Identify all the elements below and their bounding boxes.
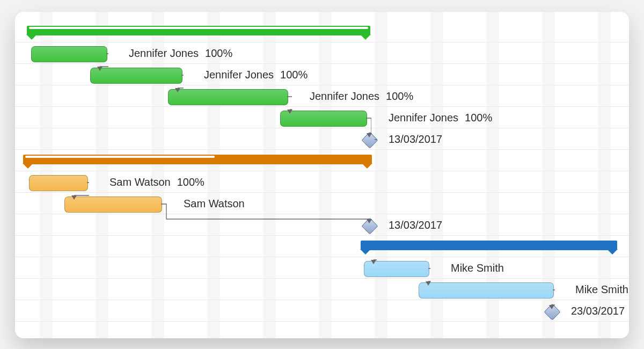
task-label: Jennifer Jones100% — [204, 69, 308, 81]
grid-row-line — [15, 149, 629, 150]
dependency-arrow-icon — [549, 305, 554, 309]
dependency-arrow-icon — [175, 88, 180, 92]
task-bar[interactable] — [64, 197, 162, 213]
dependency-arrow-icon — [97, 67, 103, 71]
task-bar[interactable] — [280, 111, 367, 127]
grid-row-line — [15, 278, 629, 279]
summary-bar[interactable] — [361, 241, 617, 250]
dependency-arrow-icon — [287, 110, 292, 114]
dependency-line — [550, 288, 555, 307]
grid-row-line — [15, 192, 629, 193]
task-label: Mike Smith — [575, 283, 628, 296]
weekend-band — [319, 12, 332, 338]
task-label: Mike Smith — [451, 262, 504, 274]
grid-row-line — [15, 42, 629, 42]
grid-row-line — [15, 106, 629, 107]
task-label: Jennifer Jones100% — [310, 90, 413, 103]
dependency-line — [371, 137, 377, 262]
grid-row-line — [15, 300, 629, 300]
grid-row-line — [15, 235, 629, 236]
weekend-band — [151, 12, 164, 338]
milestone-label: 13/03/2017 — [389, 219, 442, 231]
dependency-arrow-icon — [426, 281, 431, 286]
task-label: Sam Watson100% — [109, 176, 204, 188]
task-bar[interactable] — [31, 46, 107, 62]
milestone-label: 13/03/2017 — [389, 133, 442, 146]
summary-bar[interactable] — [23, 155, 372, 164]
dependency-arrow-icon — [367, 133, 372, 137]
grid-row-line — [15, 321, 629, 322]
dependency-line — [159, 202, 371, 221]
milestone-label: 23/03/2017 — [571, 305, 625, 317]
task-label: Jennifer Jones100% — [389, 112, 492, 124]
summary-bar[interactable] — [27, 26, 370, 35]
weekend-band — [207, 12, 220, 338]
dependency-arrow-icon — [71, 195, 77, 200]
task-label: Jennifer Jones100% — [129, 47, 232, 60]
weekend-band — [263, 12, 276, 338]
task-bar[interactable] — [419, 282, 554, 299]
task-bar[interactable] — [90, 68, 182, 84]
task-bar[interactable] — [168, 89, 288, 105]
grid-row-line — [15, 128, 629, 128]
grid-row-line — [15, 257, 629, 257]
grid-row-line — [15, 171, 629, 171]
dependency-line — [364, 116, 371, 135]
dependency-arrow-icon — [371, 260, 376, 264]
grid-row-line — [15, 85, 629, 85]
